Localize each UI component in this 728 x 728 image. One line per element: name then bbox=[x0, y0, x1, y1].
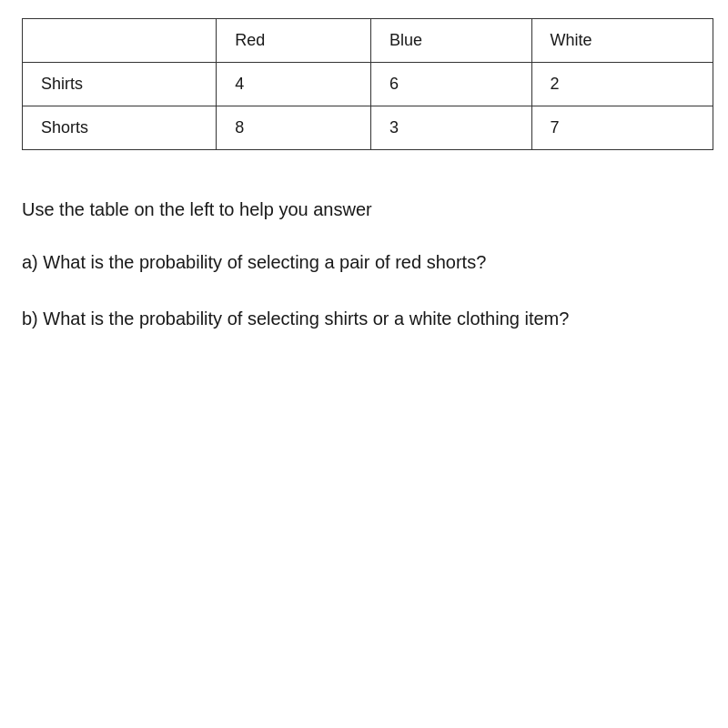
questions-section: Use the table on the left to help you an… bbox=[22, 187, 706, 332]
question-a-block: a) What is the probability of selecting … bbox=[22, 248, 706, 276]
table-header-row: Red Blue White bbox=[23, 19, 713, 63]
question-a-text: a) What is the probability of selecting … bbox=[22, 248, 706, 276]
header-red: Red bbox=[217, 19, 371, 63]
header-empty bbox=[23, 19, 217, 63]
data-table-container: Red Blue White Shirts 4 6 2 Shorts 8 3 7 bbox=[22, 18, 706, 150]
question-b-text: b) What is the probability of selecting … bbox=[22, 305, 706, 332]
intro-text: Use the table on the left to help you an… bbox=[22, 196, 706, 223]
header-blue: Blue bbox=[370, 19, 531, 63]
row-label-shorts: Shorts bbox=[23, 106, 217, 150]
shirts-red: 4 bbox=[217, 63, 371, 106]
shorts-red: 8 bbox=[217, 106, 371, 150]
shorts-white: 7 bbox=[531, 106, 713, 150]
header-white: White bbox=[531, 19, 713, 63]
question-b-block: b) What is the probability of selecting … bbox=[22, 305, 706, 332]
table-row-shirts: Shirts 4 6 2 bbox=[23, 63, 713, 106]
shorts-blue: 3 bbox=[370, 106, 531, 150]
row-label-shirts: Shirts bbox=[23, 63, 217, 106]
table-row-shorts: Shorts 8 3 7 bbox=[23, 106, 713, 150]
shirts-blue: 6 bbox=[370, 63, 531, 106]
data-table: Red Blue White Shirts 4 6 2 Shorts 8 3 7 bbox=[22, 18, 713, 150]
shirts-white: 2 bbox=[531, 63, 713, 106]
